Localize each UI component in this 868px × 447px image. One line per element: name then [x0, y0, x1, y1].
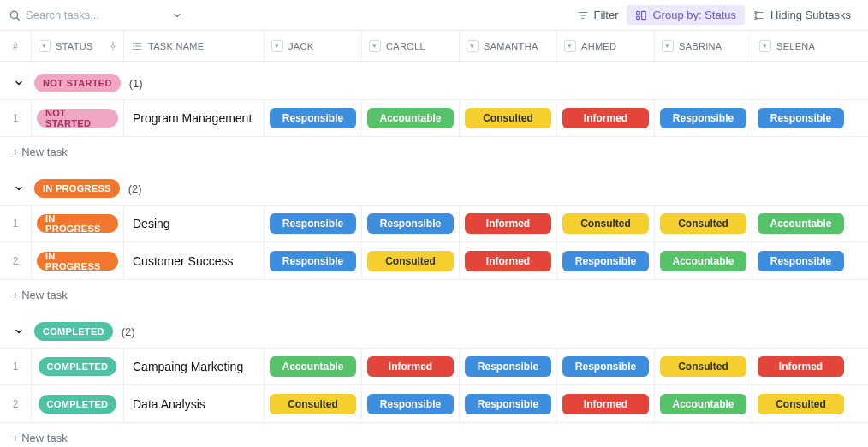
column-status[interactable]: ▾ STATUS	[31, 31, 123, 61]
cell-status[interactable]: IN PROGRESS	[31, 206, 123, 241]
cell-raci[interactable]: Responsible	[361, 206, 459, 241]
column-status-label: STATUS	[56, 41, 93, 51]
cell-raci[interactable]: Responsible	[654, 100, 752, 136]
raci-badge: Responsible	[465, 356, 551, 377]
column-person-1[interactable]: ▾ CAROLL	[361, 31, 459, 61]
raci-badge: Informed	[367, 356, 454, 377]
filter-label: Filter	[594, 9, 619, 21]
cell-raci[interactable]: Informed	[752, 349, 849, 384]
dropdown-icon: ▾	[564, 40, 576, 52]
dropdown-icon: ▾	[662, 40, 674, 52]
chevron-down-icon	[14, 326, 24, 337]
column-task-name[interactable]: TASK NAME	[123, 31, 264, 61]
hiding-subtasks-button[interactable]: Hiding Subtasks	[745, 5, 859, 25]
cell-raci[interactable]: Consulted	[654, 206, 752, 241]
cell-task-name[interactable]: Desing	[123, 206, 264, 241]
table-row[interactable]: 1NOT STARTEDProgram ManagementResponsibl…	[0, 99, 868, 137]
cell-task-name[interactable]: Customer Success	[123, 242, 264, 279]
collapse-toggle[interactable]	[12, 325, 26, 338]
cell-raci[interactable]: Responsible	[752, 242, 849, 279]
cell-raci[interactable]: Consulted	[264, 385, 361, 422]
cell-raci[interactable]: Informed	[459, 206, 556, 241]
cell-raci[interactable]: Accountable	[654, 385, 752, 422]
cell-raci[interactable]: Responsible	[264, 206, 361, 241]
new-task-button[interactable]: + New task	[0, 423, 868, 447]
table-row[interactable]: 2IN PROGRESSCustomer SuccessResponsibleC…	[0, 242, 868, 280]
status-badge: IN PROGRESS	[37, 214, 118, 233]
group-by-icon	[635, 9, 647, 21]
status-badge: COMPLETED	[39, 357, 117, 376]
cell-raci[interactable]: Responsible	[361, 385, 459, 422]
cell-status[interactable]: IN PROGRESS	[31, 242, 123, 279]
status-badge: COMPLETED	[34, 322, 113, 341]
table-row[interactable]: 1IN PROGRESSDesingResponsibleResponsible…	[0, 205, 868, 242]
raci-badge: Responsible	[465, 394, 551, 414]
table-row[interactable]: 2COMPLETEDData AnalysisConsultedResponsi…	[0, 385, 868, 423]
raci-badge: Responsible	[562, 356, 649, 377]
column-person-3[interactable]: ▾ AHMED	[556, 31, 654, 61]
raci-badge: Consulted	[465, 108, 551, 128]
column-person-label: AHMED	[581, 41, 616, 51]
cell-raci[interactable]: Consulted	[361, 242, 459, 279]
cell-task-name[interactable]: Program Management	[123, 100, 264, 136]
toolbar: Filter Group by: Status Hiding Subtasks	[0, 0, 868, 31]
new-task-button[interactable]: + New task	[0, 137, 868, 167]
cell-raci[interactable]: Consulted	[752, 385, 849, 422]
new-task-button[interactable]: + New task	[0, 280, 868, 310]
group-by-button[interactable]: Group by: Status	[627, 5, 745, 25]
raci-badge: Consulted	[270, 394, 356, 414]
filter-button[interactable]: Filter	[568, 5, 627, 25]
cell-raci[interactable]: Informed	[459, 242, 556, 279]
row-number: 1	[0, 361, 31, 372]
raci-badge: Consulted	[660, 213, 746, 234]
cell-task-name[interactable]: Data Analysis	[123, 385, 264, 422]
cell-raci[interactable]: Informed	[556, 385, 654, 422]
search-input[interactable]	[26, 9, 163, 21]
svg-rect-5	[637, 11, 640, 15]
search-dropdown-button[interactable]	[168, 6, 187, 25]
status-badge: IN PROGRESS	[34, 179, 120, 198]
raci-badge: Informed	[758, 356, 844, 377]
table-row[interactable]: 1COMPLETEDCampaing MarketingAccountableI…	[0, 348, 868, 385]
raci-badge: Consulted	[660, 356, 746, 377]
collapse-toggle[interactable]	[12, 182, 26, 195]
cell-raci[interactable]: Accountable	[752, 206, 849, 241]
cell-raci[interactable]: Consulted	[556, 206, 654, 241]
cell-raci[interactable]: Accountable	[264, 349, 361, 384]
column-person-0[interactable]: ▾ JACK	[264, 31, 361, 61]
group-count: (2)	[128, 182, 142, 195]
cell-status[interactable]: COMPLETED	[31, 385, 123, 422]
collapse-toggle[interactable]	[12, 76, 26, 90]
raci-badge: Accountable	[660, 251, 746, 271]
column-person-2[interactable]: ▾ SAMANTHA	[459, 31, 556, 61]
cell-raci[interactable]: Responsible	[459, 349, 556, 384]
raci-badge: Accountable	[660, 394, 746, 414]
cell-raci[interactable]: Consulted	[654, 349, 752, 384]
cell-raci[interactable]: Accountable	[654, 242, 752, 279]
cell-raci[interactable]: Responsible	[556, 242, 654, 279]
raci-badge: Responsible	[367, 213, 454, 234]
chevron-down-icon	[14, 183, 24, 194]
row-number: 1	[0, 218, 31, 229]
cell-task-name[interactable]: Campaing Marketing	[123, 349, 264, 384]
cell-status[interactable]: COMPLETED	[31, 349, 123, 384]
raci-badge: Responsible	[758, 108, 844, 128]
cell-raci[interactable]: Responsible	[264, 242, 361, 279]
group-count: (1)	[129, 77, 143, 90]
cell-raci[interactable]: Responsible	[752, 100, 849, 136]
cell-raci[interactable]: Responsible	[459, 385, 556, 422]
group-by-label: Group by: Status	[652, 9, 736, 21]
group-header: IN PROGRESS(2)	[0, 167, 868, 205]
raci-badge: Consulted	[758, 394, 844, 414]
column-person-4[interactable]: ▾ SABRINA	[654, 31, 752, 61]
cell-status[interactable]: NOT STARTED	[31, 100, 123, 136]
pin-icon[interactable]	[108, 41, 118, 51]
cell-raci[interactable]: Responsible	[556, 349, 654, 384]
column-person-5[interactable]: ▾ SELENA	[752, 31, 849, 61]
cell-raci[interactable]: Consulted	[459, 100, 556, 136]
cell-raci[interactable]: Responsible	[264, 100, 361, 136]
cell-raci[interactable]: Informed	[556, 100, 654, 136]
cell-raci[interactable]: Informed	[361, 349, 459, 384]
cell-raci[interactable]: Accountable	[361, 100, 459, 136]
search-icon	[9, 9, 21, 21]
